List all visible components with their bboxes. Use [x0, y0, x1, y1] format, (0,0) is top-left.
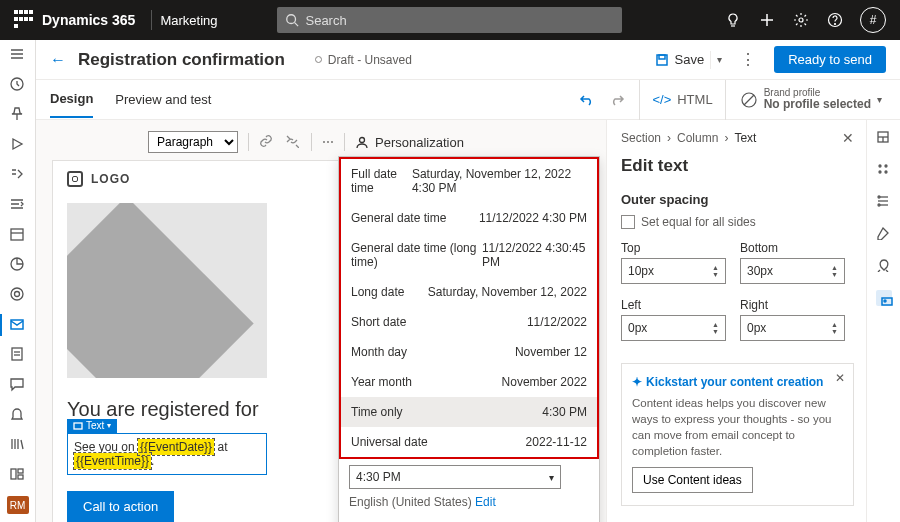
undo-button[interactable]: [579, 92, 595, 108]
lightbulb-icon[interactable]: [724, 11, 742, 29]
svg-rect-12: [11, 229, 23, 240]
spacing-top-input[interactable]: 10px▲▼: [621, 258, 726, 284]
plus-icon[interactable]: [758, 11, 776, 29]
close-icon[interactable]: ✕: [842, 130, 854, 146]
no-profile-icon: [740, 91, 758, 109]
datetime-option[interactable]: Month dayNovember 12: [341, 337, 597, 367]
message-icon[interactable]: [9, 376, 27, 392]
menu-icon[interactable]: [9, 46, 27, 62]
personalization-button[interactable]: Personalization: [355, 135, 464, 150]
recent-icon[interactable]: [9, 76, 27, 92]
flow-icon[interactable]: [9, 196, 27, 212]
spacing-right-input[interactable]: 0px▲▼: [740, 315, 845, 341]
callout-title: ✦Kickstart your content creation: [632, 374, 843, 391]
close-icon[interactable]: ✕: [835, 370, 845, 387]
pin-icon[interactable]: [9, 106, 27, 122]
elements-icon[interactable]: [876, 130, 892, 146]
datetime-option[interactable]: Year monthNovember 2022: [341, 367, 597, 397]
hero-image-placeholder[interactable]: [67, 203, 267, 378]
more-icon[interactable]: ⋮: [734, 50, 762, 69]
spacing-left-input[interactable]: 0px▲▼: [621, 315, 726, 341]
spinner-icon[interactable]: ▲▼: [712, 321, 719, 335]
svg-point-47: [884, 300, 886, 302]
library-icon[interactable]: [9, 436, 27, 452]
tab-design[interactable]: Design: [50, 81, 93, 118]
svg-point-5: [799, 18, 803, 22]
divider: [151, 10, 152, 30]
back-button[interactable]: ←: [50, 51, 66, 69]
chart-icon[interactable]: [9, 256, 27, 272]
breadcrumb: Section › Column › Text ✕: [621, 130, 854, 146]
datetime-option[interactable]: Universal date2022-11-12: [341, 427, 597, 457]
selected-text-block[interactable]: Text▾ See you on {{EventDate}} at {{Even…: [67, 433, 267, 475]
app-launcher-icon[interactable]: [14, 10, 34, 30]
spinner-icon[interactable]: ▲▼: [712, 264, 719, 278]
calendar-icon[interactable]: [9, 226, 27, 242]
ready-to-send-button[interactable]: Ready to send: [774, 46, 886, 73]
svg-point-45: [878, 204, 880, 206]
edit-locale-link[interactable]: Edit: [475, 495, 496, 509]
help-icon[interactable]: [826, 11, 844, 29]
selected-format-field[interactable]: 4:30 PM▾: [349, 465, 561, 489]
datetime-option[interactable]: General date time11/12/2022 4:30 PM: [341, 203, 597, 233]
spacing-bottom-input[interactable]: 30px▲▼: [740, 258, 845, 284]
styles-icon[interactable]: [876, 226, 892, 242]
logo-icon: [67, 171, 83, 187]
token-event-time[interactable]: {{EventTime}}: [74, 453, 151, 469]
layout-icon[interactable]: [9, 466, 27, 482]
more-formatting-icon[interactable]: ⋯: [322, 135, 334, 149]
brand-label: Dynamics 365: [42, 12, 135, 28]
svg-point-16: [14, 292, 19, 297]
locale-row: English (United States) Edit: [339, 493, 599, 519]
user-avatar[interactable]: #: [860, 7, 886, 33]
tab-bar: Design Preview and test </> HTML Brand p…: [36, 80, 900, 120]
callout-body: Content ideas helps you discover new way…: [632, 395, 843, 459]
datetime-option[interactable]: General date time (long time)11/12/2022 …: [341, 233, 597, 277]
use-content-ideas-button[interactable]: Use Content ideas: [632, 467, 753, 493]
tab-preview[interactable]: Preview and test: [115, 82, 211, 117]
form-icon[interactable]: [9, 346, 27, 362]
settings-lines-icon[interactable]: [876, 194, 892, 210]
persona-badge[interactable]: RM: [7, 496, 29, 514]
datetime-option[interactable]: Full date timeSaturday, November 12, 202…: [341, 159, 597, 203]
svg-point-37: [879, 165, 881, 167]
cta-button[interactable]: Call to action: [67, 491, 174, 522]
datetime-option[interactable]: Time only4:30 PM: [341, 397, 597, 427]
email-icon[interactable]: [9, 316, 27, 332]
chevron-down-icon[interactable]: ▾: [717, 54, 722, 65]
bell-icon[interactable]: [9, 406, 27, 422]
content-ideas-callout: ✕ ✦Kickstart your content creation Conte…: [621, 363, 854, 506]
play-icon[interactable]: [9, 136, 27, 152]
redo-button[interactable]: [609, 92, 625, 108]
svg-rect-29: [659, 55, 665, 59]
module-label: Marketing: [160, 13, 217, 28]
section-outer-spacing: Outer spacing: [621, 192, 854, 207]
datetime-format-popup: Full date timeSaturday, November 12, 202…: [338, 156, 600, 522]
equal-sides-checkbox[interactable]: Set equal for all sides: [621, 215, 854, 229]
svg-rect-26: [18, 469, 23, 473]
datetime-option[interactable]: Long dateSaturday, November 12, 2022: [341, 277, 597, 307]
bc-text: Text: [734, 131, 756, 145]
bc-section[interactable]: Section: [621, 131, 661, 145]
brand-profile-selector[interactable]: Brand profileNo profile selected ▾: [740, 88, 886, 111]
rocket-icon[interactable]: [876, 258, 892, 274]
sections-icon[interactable]: [876, 162, 892, 178]
paragraph-style-select[interactable]: Paragraph: [148, 131, 238, 153]
element-type-tab[interactable]: Text▾: [67, 419, 117, 433]
svg-point-40: [885, 171, 887, 173]
link-icon[interactable]: [259, 134, 275, 150]
journey-icon[interactable]: [9, 166, 27, 182]
target-icon[interactable]: [9, 286, 27, 302]
gear-icon[interactable]: [792, 11, 810, 29]
properties-icon[interactable]: [876, 290, 892, 306]
datetime-option[interactable]: Short date11/12/2022: [341, 307, 597, 337]
spinner-icon[interactable]: ▲▼: [831, 264, 838, 278]
global-search[interactable]: Search: [277, 7, 622, 33]
command-bar: ← Registration confirmation Draft - Unsa…: [36, 40, 900, 80]
unlink-icon[interactable]: [285, 134, 301, 150]
html-toggle[interactable]: </> HTML: [639, 80, 725, 120]
bc-column[interactable]: Column: [677, 131, 718, 145]
spinner-icon[interactable]: ▲▼: [831, 321, 838, 335]
save-button[interactable]: Save ▾: [655, 51, 723, 69]
designer-canvas-area: Paragraph ⋯ Personalization LOGO You a: [36, 120, 606, 522]
